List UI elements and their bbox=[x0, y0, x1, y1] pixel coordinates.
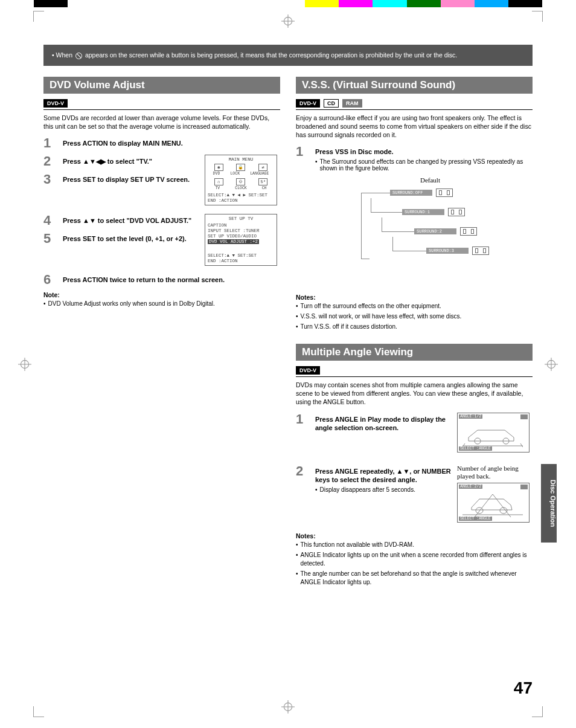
step-5: 5 Press SET to set the level (0, +1, or … bbox=[43, 232, 199, 245]
osd-line: CAPTION bbox=[208, 223, 274, 228]
step-subtext: Display disappears after 5 seconds. bbox=[315, 486, 451, 493]
format-badges: DVD-V CD RAM bbox=[296, 97, 533, 110]
osd-footer: END :ACTION bbox=[208, 259, 274, 264]
osd-line: INPUT SELECT :TUNER bbox=[208, 228, 274, 234]
osd-title: SET UP TV bbox=[208, 216, 274, 222]
svg-point-17 bbox=[476, 507, 483, 514]
step-6: 6 Press ACTION twice to return to the no… bbox=[43, 273, 280, 286]
section-tab: Disc Operation bbox=[541, 464, 557, 543]
note-item: DVD Volume Adjust works only when sound … bbox=[43, 300, 280, 308]
vss-state: SURROUND:OFF bbox=[390, 190, 432, 196]
angle-screen-1: ANGLE:1/2 SELECT :ANGLE bbox=[457, 413, 530, 453]
vss-state: SURROUND:1 bbox=[402, 209, 444, 215]
printer-color-bar bbox=[0, 0, 576, 7]
step-number: 2 bbox=[43, 155, 57, 168]
step-text: Press ▲▼◀▶ to select "TV." bbox=[63, 157, 199, 166]
step-2: 2 Press ▲▼◀▶ to select "TV." bbox=[43, 155, 199, 168]
osd-label: DVD bbox=[213, 172, 220, 176]
tv-icon: ⌂ bbox=[214, 178, 223, 185]
step-text: Press ACTION to display MAIN MENU. bbox=[63, 139, 280, 148]
section-heading-angle: Multiple Angle Viewing bbox=[296, 344, 533, 361]
crop-mark bbox=[33, 11, 44, 22]
lock-icon: 🔒 bbox=[236, 164, 245, 171]
step-number: 2 bbox=[296, 465, 309, 494]
angle-step-2: 2 Press ANGLE repeatedly, ▲▼, or NUMBER … bbox=[296, 465, 451, 494]
step-text: Press ACTION twice to return to the norm… bbox=[63, 275, 280, 285]
section-heading-dvd-volume: DVD Volume Adjust bbox=[43, 77, 280, 94]
crop-mark bbox=[33, 706, 44, 717]
notes-heading: Note: bbox=[43, 291, 280, 298]
note-item: The angle number can be set beforehand s… bbox=[296, 570, 533, 587]
section-heading-vss: V.S.S. (Virtual Surround Sound) bbox=[296, 77, 533, 94]
step-4: 4 Press ▲▼ to select "DVD VOL ADJUST." bbox=[43, 214, 199, 227]
notes-heading: Notes: bbox=[296, 294, 533, 301]
car-illustration bbox=[462, 491, 523, 517]
figure-note: Number of angle being played back. bbox=[457, 465, 533, 480]
format-badges: DVD-V bbox=[43, 97, 280, 110]
registration-mark bbox=[281, 14, 295, 28]
registration-mark bbox=[545, 358, 558, 371]
vss-diagram: Default SURROUND:OFF SURROUND:1 SURROUND… bbox=[324, 176, 505, 285]
osd-title: MAIN MENU bbox=[208, 157, 274, 163]
crop-mark bbox=[532, 706, 543, 717]
warning-note: • When appears on the screen while a but… bbox=[43, 45, 533, 66]
step-text: Press SET to display SET UP TV screen. bbox=[63, 175, 199, 184]
osd-label: TV bbox=[215, 186, 220, 191]
notes-list: Turn off the surround effects on the oth… bbox=[296, 302, 533, 331]
clock-icon: ⏲ bbox=[236, 178, 245, 185]
camera-icon bbox=[520, 485, 528, 489]
language-icon: ⇄ bbox=[258, 164, 267, 171]
page-number: 47 bbox=[514, 678, 533, 698]
disc-icon: ◉ bbox=[214, 164, 223, 171]
camera-icon bbox=[520, 414, 528, 419]
note-item: This function not available with DVD-RAM… bbox=[296, 541, 533, 549]
angle-select-label: SELECT :ANGLE bbox=[459, 517, 492, 521]
registration-mark bbox=[281, 700, 295, 714]
osd-setup-tv: SET UP TV CAPTION INPUT SELECT :TUNER SE… bbox=[205, 214, 277, 266]
svg-line-16 bbox=[520, 443, 523, 447]
osd-footer: SELECT:▲ ▼ SET:SET bbox=[208, 253, 274, 259]
osd-main-menu: MAIN MENU ◉ 🔒 ⇄ DVD LOCK LANGUAGE ⌂ bbox=[205, 155, 277, 205]
step-text: Press ANGLE repeatedly, ▲▼, or NUMBER ke… bbox=[315, 467, 451, 485]
default-label: Default bbox=[420, 176, 440, 184]
osd-label: LOCK bbox=[230, 172, 240, 176]
osd-highlight: DVD VOL ADJUST :+2 bbox=[208, 239, 259, 244]
angle-indicator: ANGLE:2/2 bbox=[459, 485, 482, 489]
note-text-prefix: • When bbox=[52, 51, 72, 59]
svg-line-21 bbox=[493, 494, 511, 517]
angle-indicator: ANGLE:1/2 bbox=[459, 414, 482, 419]
step-number: 3 bbox=[43, 173, 57, 186]
step-text: Press VSS in Disc mode. bbox=[315, 147, 533, 156]
angle-select-label: SELECT :ANGLE bbox=[459, 446, 492, 451]
note-item: Turn off the surround effects on the oth… bbox=[296, 302, 533, 311]
badge-dvdv: DVD-V bbox=[43, 99, 68, 108]
prohibit-icon bbox=[75, 53, 82, 59]
osd-label: CH bbox=[262, 186, 267, 191]
step-number: 5 bbox=[43, 232, 57, 245]
notes-heading: Notes: bbox=[296, 532, 533, 540]
notes-list: This function not available with DVD-RAM… bbox=[296, 541, 533, 587]
badge-dvdv: DVD-V bbox=[296, 366, 320, 375]
registration-mark bbox=[18, 358, 31, 371]
section-intro: DVDs may contain scenes shot from multip… bbox=[296, 381, 533, 407]
badge-dvdv: DVD-V bbox=[296, 99, 320, 108]
osd-label: CLOCK bbox=[235, 186, 247, 191]
crop-mark bbox=[532, 11, 543, 22]
step-text: Press SET to set the level (0, +1, or +2… bbox=[63, 234, 199, 243]
section-intro: Enjoy a surround-like effect if you are … bbox=[296, 114, 533, 140]
step-number: 6 bbox=[43, 273, 57, 286]
vss-state: SURROUND:2 bbox=[414, 228, 456, 234]
note-item: ANGLE Indicator lights up on the unit wh… bbox=[296, 551, 533, 568]
osd-footer: END :ACTION bbox=[208, 198, 274, 204]
osd-footer: SELECT:▲ ▼ ◀ ▶ SET:SET bbox=[208, 193, 274, 198]
left-column: DVD Volume Adjust DVD-V Some DVDs are re… bbox=[43, 77, 280, 588]
badge-cd: CD bbox=[324, 99, 339, 108]
vss-step-1: 1 Press VSS in Disc mode. The Surround s… bbox=[296, 145, 533, 172]
step-number: 4 bbox=[43, 214, 57, 227]
step-3: 3 Press SET to display SET UP TV screen. bbox=[43, 173, 199, 186]
ch-icon: 5³ bbox=[258, 178, 267, 185]
badge-ram: RAM bbox=[342, 99, 362, 108]
note-text-suffix: appears on the screen while a button is … bbox=[85, 51, 457, 59]
note-item: Turn V.S.S. off if it causes distortion. bbox=[296, 323, 533, 331]
svg-line-20 bbox=[475, 494, 493, 517]
